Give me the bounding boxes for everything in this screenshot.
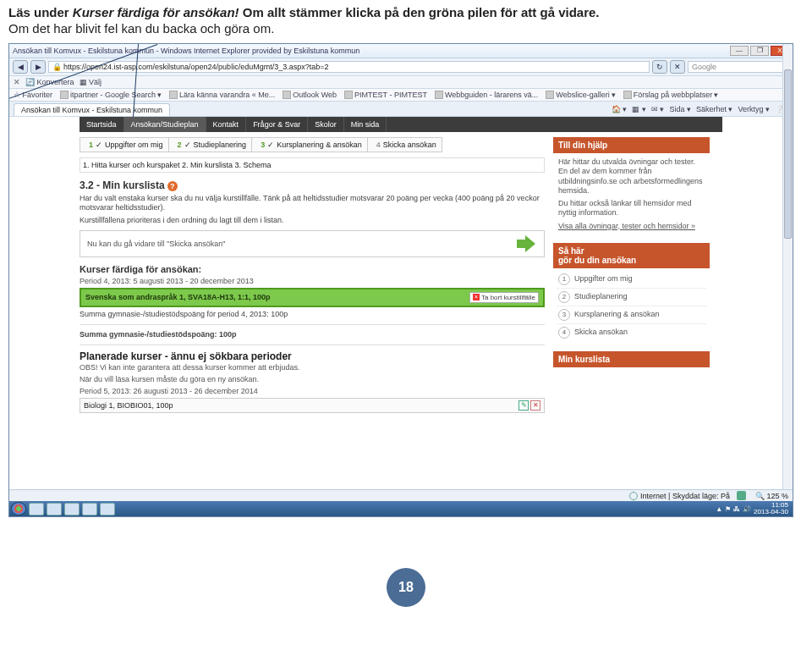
tray-flag-icon[interactable]: ⚑ — [725, 505, 731, 513]
fav-item-6[interactable]: Förslag på webbplatser ▾ — [623, 91, 719, 99]
forward-button[interactable]: ▶ — [30, 60, 46, 74]
address-bar[interactable]: 🔒https://open24.ist-asp.com/eskilstuna/o… — [48, 61, 650, 73]
tray-icon[interactable]: ▲ — [716, 505, 722, 513]
section-title: 3.2 - Min kurslista? — [80, 179, 545, 191]
toolbar-select[interactable]: ▦ Välj — [80, 78, 102, 86]
vertical-scrollbar[interactable] — [782, 44, 793, 501]
step-1[interactable]: 1✓ Uppgifter om mig — [80, 137, 169, 152]
help-box-link[interactable]: Visa alla övningar, tester och hemsidor … — [558, 222, 695, 230]
start-button[interactable] — [11, 502, 26, 515]
delete-icon[interactable]: ✕ — [530, 400, 540, 411]
browser-tab[interactable]: Ansökan till Komvux - Eskilstuna kommun — [14, 103, 170, 116]
fav-icon — [344, 91, 353, 99]
kurslista-box-header[interactable]: Min kurslista — [553, 351, 710, 367]
fav-icon — [435, 91, 443, 99]
help-box-text1: Här hittar du utvalda övningar och teste… — [558, 157, 705, 196]
fav-item-1[interactable]: Lära känna varandra « Me... — [169, 91, 275, 99]
search-box[interactable]: Google — [688, 61, 789, 73]
step-2[interactable]: 2✓ Studieplanering — [169, 137, 253, 152]
help-box-text2: Du hittar också länkar till hemsidor med… — [558, 199, 705, 218]
taskbar-explorer-icon[interactable] — [47, 503, 62, 515]
go-ahead-box: Nu kan du gå vidare till "Skicka ansökan… — [80, 230, 545, 257]
summa-period4: Summa gymnasie-/studiestödspoäng för per… — [80, 310, 545, 319]
tab-tool-tools[interactable]: Verktyg ▾ — [738, 105, 770, 113]
nav-ansokan[interactable]: Ansökan/Studieplan — [124, 117, 206, 132]
browser-window: Ansökan till Komvux - Eskilstuna kommun … — [8, 43, 793, 517]
fav-item-3[interactable]: PIMTEST - PIMTEST — [344, 91, 427, 99]
period5-text: Period 5, 2013: 26 augusti 2013 - 26 dec… — [80, 387, 545, 395]
step-3[interactable]: 3✓ Kursplanering & ansökan — [252, 137, 368, 152]
help-box: Till din hjälp Här hittar du utvalda övn… — [553, 137, 710, 234]
status-text: Internet | Skyddat läge: På — [640, 492, 730, 500]
nav-startsida[interactable]: Startsida — [80, 117, 124, 132]
green-arrow-icon[interactable] — [517, 235, 537, 252]
sub-steps-bar[interactable]: 1. Hitta kurser och kurspaket 2. Min kur… — [80, 157, 545, 173]
rstep-2[interactable]: 2Studieplanering — [557, 289, 706, 306]
taskbar-ie-icon[interactable] — [29, 503, 44, 515]
rstep-1[interactable]: 1Uppgifter om mig — [557, 271, 706, 289]
taskbar-app-icon[interactable] — [64, 503, 80, 515]
help-box-header: Till din hjälp — [553, 137, 710, 153]
taskbar: ▲ ⚑ 🖧 🔊 11:05 2013-04-30 — [9, 501, 793, 516]
steps-box-header: Så här gör du din ansökan — [553, 243, 710, 268]
nav-skolor[interactable]: Skolor — [308, 117, 344, 132]
period4-text: Period 4, 2013: 5 augusti 2013 - 20 dece… — [80, 277, 545, 285]
instruction-line1: Läs under Kurser färdiga för ansökan! Om… — [0, 0, 812, 21]
planned-obs-1: OBS! Vi kan inte garantera att dessa kur… — [80, 363, 545, 372]
tray-network-icon[interactable]: 🖧 — [733, 505, 740, 513]
fav-icon — [60, 91, 69, 99]
fav-icon — [283, 91, 291, 99]
remove-course-button[interactable]: ×Ta bort kurstillfälle — [469, 292, 539, 303]
progress-steps: 1✓ Uppgifter om mig 2✓ Studieplanering 3… — [80, 137, 545, 152]
feed-icon[interactable]: ▦ ▾ — [632, 105, 646, 113]
minimize-button[interactable]: — — [730, 46, 749, 56]
page-number-badge: 18 — [387, 568, 425, 607]
zoom-level[interactable]: 🔍 125 % — [755, 492, 788, 500]
clock-date[interactable]: 2013-04-30 — [754, 508, 788, 515]
ready-course-row: Svenska som andraspråk 1, SVA18A-H13, 1:… — [80, 288, 545, 307]
ready-course-name: Svenska som andraspråk 1, SVA18A-H13, 1:… — [85, 293, 270, 301]
nav-kontakt[interactable]: Kontakt — [206, 117, 247, 132]
separator — [80, 345, 545, 345]
instruction-line2: Om det har blivit fel kan du backa och g… — [0, 21, 812, 41]
rstep-3[interactable]: 3Kursplanering & ansökan — [557, 306, 706, 324]
scrollbar-thumb[interactable] — [784, 69, 792, 239]
home-icon[interactable]: 🏠 ▾ — [612, 105, 628, 113]
steps-box: Så här gör du din ansökan 1Uppgifter om … — [553, 243, 710, 343]
tab-tool-security[interactable]: Säkerhet ▾ — [696, 105, 733, 113]
fav-item-4[interactable]: Webbguiden - lärarens vä... — [435, 91, 538, 99]
x-icon: × — [473, 294, 480, 300]
window-title-text: Ansökan till Komvux - Eskilstuna kommun … — [13, 47, 359, 55]
edit-icon[interactable]: ✎ — [518, 400, 529, 411]
fav-item-0[interactable]: itpartner - Google Search ▾ — [60, 91, 162, 99]
planned-heading: Planerade kurser - ännu ej sökbara perio… — [80, 350, 545, 362]
taskbar-app-icon[interactable] — [82, 503, 97, 515]
maximize-button[interactable]: ❐ — [750, 46, 769, 56]
planned-course-row: Biologi 1, BIOBIO01, 100p ✎ ✕ — [80, 398, 545, 413]
step-4[interactable]: 4 Skicka ansökan — [368, 137, 442, 152]
globe-icon — [629, 492, 638, 500]
toolbar-close-icon[interactable]: ✕ — [14, 78, 20, 86]
fav-item-2[interactable]: Outlook Web — [283, 91, 337, 99]
mail-icon[interactable]: ✉ ▾ — [651, 105, 665, 113]
status-bar: Internet | Skyddat läge: På 🔍 125 % — [9, 489, 793, 501]
window-titlebar: Ansökan till Komvux - Eskilstuna kommun … — [9, 44, 793, 58]
nav-minsida[interactable]: Min sida — [344, 117, 387, 132]
fav-item-5[interactable]: Webslice-galleri ▾ — [546, 91, 615, 99]
stop-button[interactable]: ✕ — [670, 60, 685, 74]
intro-text-1: Har du valt enstaka kurser ska du nu väl… — [80, 194, 545, 213]
help-icon[interactable]: ? — [167, 181, 178, 191]
summa-total: Summa gymnasie-/studiestödspoäng: 100p — [80, 330, 545, 339]
go-ahead-text: Nu kan du gå vidare till "Skicka ansökan… — [87, 240, 225, 248]
tab-tool-page[interactable]: Sida ▾ — [669, 105, 691, 113]
rstep-4[interactable]: 4Skicka ansökan — [557, 324, 706, 341]
shield-icon — [737, 491, 746, 500]
planned-course-name: Biologi 1, BIOBIO01, 100p — [84, 401, 173, 410]
fav-icon — [169, 91, 178, 99]
lock-icon: 🔒 — [52, 63, 62, 71]
tray-sound-icon[interactable]: 🔊 — [743, 505, 751, 513]
taskbar-word-icon[interactable] — [100, 503, 115, 515]
nav-fragor[interactable]: Frågor & Svar — [246, 117, 308, 132]
refresh-button[interactable]: ↻ — [652, 60, 667, 74]
back-button[interactable]: ◀ — [13, 60, 28, 74]
